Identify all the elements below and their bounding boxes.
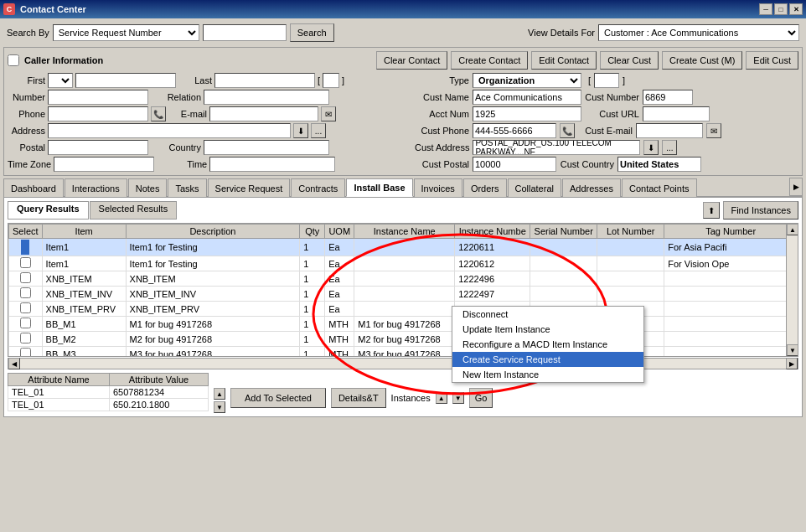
cust-email-input[interactable]	[636, 123, 703, 138]
tab-orders[interactable]: Orders	[463, 178, 507, 197]
instances-scroll-down[interactable]: ▼	[452, 392, 464, 404]
details-btn[interactable]: Details&T	[331, 388, 386, 408]
scroll-right-btn[interactable]: ▶	[786, 358, 798, 369]
search-input[interactable]	[203, 24, 287, 41]
timezone-input[interactable]	[54, 157, 154, 172]
col-description[interactable]: Description	[126, 225, 300, 239]
table-row[interactable]: BB_M3 M3 for bug 4917268 1 MTH M3 for bu…	[9, 347, 798, 358]
tab-tasks[interactable]: Tasks	[168, 178, 206, 197]
address-input[interactable]	[48, 123, 291, 138]
add-to-selected-btn[interactable]: Add To Selected	[230, 388, 326, 408]
sub-tab-query[interactable]: Query Results	[8, 201, 89, 220]
col-qty[interactable]: Qty	[300, 225, 325, 239]
clear-cust-btn[interactable]: Clear Cust	[600, 51, 659, 70]
address-icon-btn[interactable]: ⬇	[293, 123, 308, 138]
tab-contracts[interactable]: Contracts	[291, 178, 345, 197]
tabs-arrow[interactable]: ▶	[789, 178, 803, 196]
cust-address-icon[interactable]: ⬇	[643, 140, 659, 155]
table-row[interactable]: BB_M2 M2 for bug 4917268 1 MTH M2 for bu…	[9, 332, 798, 347]
create-cust-btn[interactable]: Create Cust (M)	[662, 51, 742, 70]
tab-service-request[interactable]: Service Request	[208, 178, 291, 197]
tab-notes[interactable]: Notes	[128, 178, 168, 197]
search-button[interactable]: Search	[290, 23, 334, 42]
maximize-btn[interactable]: □	[774, 3, 788, 15]
cust-country-label: Cust Country	[560, 159, 614, 169]
postal-input[interactable]	[48, 140, 148, 155]
last-extra[interactable]	[323, 73, 339, 88]
ctx-disconnect[interactable]: Disconnect	[452, 307, 643, 322]
create-contact-btn[interactable]: Create Contact	[451, 51, 528, 70]
scrollbar-horizontal[interactable]: ◀ ▶	[8, 358, 798, 369]
country-input[interactable]	[204, 140, 329, 155]
col-item[interactable]: Item	[42, 225, 126, 239]
type-extra[interactable]	[594, 73, 619, 88]
search-by-select[interactable]: Service Request Number	[53, 24, 199, 41]
scroll-track[interactable]	[787, 235, 798, 344]
table-row[interactable]: XNB_ITEM_INV XNB_ITEM_INV 1 Ea 1222497	[9, 287, 798, 302]
last-label: Last	[187, 75, 212, 85]
attr-row[interactable]: TEL_01 6507881234	[8, 386, 209, 399]
address-more-btn[interactable]: ...	[311, 123, 326, 138]
phone-icon-btn[interactable]: 📞	[151, 106, 166, 121]
sub-tab-selected[interactable]: Selected Results	[90, 201, 178, 220]
clear-contact-btn[interactable]: Clear Contact	[376, 51, 447, 70]
col-select: Select	[9, 225, 43, 239]
minimize-btn[interactable]: ─	[759, 3, 772, 15]
cust-address-more[interactable]: ...	[662, 140, 677, 155]
attr-row[interactable]: TEL_01 650.210.1800	[8, 399, 209, 411]
ctx-new-item[interactable]: New Item Instance	[452, 367, 643, 382]
first-title-select[interactable]	[48, 73, 73, 88]
cust-phone-icon[interactable]: 📞	[560, 123, 575, 138]
tab-invoices[interactable]: Invoices	[414, 178, 462, 197]
col-tag-number[interactable]: Tag Number	[664, 225, 798, 239]
table-row[interactable]: XNB_ITEM XNB_ITEM 1 Ea 1222496	[9, 271, 798, 287]
close-btn[interactable]: ✕	[789, 3, 803, 15]
col-serial-number[interactable]: Serial Number	[530, 225, 597, 239]
time-input[interactable]	[209, 157, 335, 172]
first-input[interactable]	[75, 73, 176, 88]
go-btn[interactable]: Go	[469, 388, 493, 408]
phone-input[interactable]	[48, 106, 148, 121]
col-lot-number[interactable]: Lot Number	[597, 225, 664, 239]
attr-table: Attribute Name Attribute Value TEL_01 65…	[8, 373, 209, 411]
number-input[interactable]	[48, 90, 148, 105]
scroll-down-btn[interactable]: ▼	[787, 344, 798, 356]
table-row[interactable]: XNB_ITEM_PRV XNB_ITEM_PRV 1 Ea 1222498	[9, 302, 798, 317]
type-select[interactable]: Organization	[473, 73, 581, 88]
attr-scroll-down[interactable]: ▼	[214, 401, 225, 413]
col-instance-number[interactable]: Instance Numbe	[455, 225, 530, 239]
email-icon-btn[interactable]: ✉	[321, 106, 336, 121]
cust-url-input[interactable]	[643, 106, 710, 121]
attr-scroll-up[interactable]: ▲	[214, 388, 225, 400]
edit-cust-btn[interactable]: Edit Cust	[746, 51, 798, 70]
instances-scroll-up[interactable]: ▲	[436, 392, 447, 404]
ctx-reconfigure[interactable]: Reconfigure a MACD Item Instance	[452, 337, 643, 352]
table-row[interactable]: Item1 Item1 for Testing 1 Ea 1220612 For…	[9, 256, 798, 271]
cust-address-label: Cust Address	[415, 142, 469, 152]
cust-email-icon[interactable]: ✉	[706, 123, 721, 138]
last-input[interactable]	[214, 73, 315, 88]
col-uom[interactable]: UOM	[325, 225, 354, 239]
ctx-create-sr[interactable]: Create Service Request	[452, 352, 643, 367]
view-details-select[interactable]: Customer : Ace Communications	[598, 24, 799, 41]
email-input[interactable]	[209, 106, 318, 121]
tab-install-base[interactable]: Install Base	[346, 178, 412, 197]
tab-dashboard[interactable]: Dashboard	[3, 178, 64, 197]
table-row[interactable]: Item1 Item1 for Testing 1 Ea 1220611 For…	[9, 239, 798, 256]
export-icon[interactable]: ⬆	[703, 202, 720, 219]
relation-input[interactable]	[204, 90, 329, 105]
edit-contact-btn[interactable]: Edit Contact	[531, 51, 597, 70]
tab-collateral[interactable]: Collateral	[508, 178, 561, 197]
tab-interactions[interactable]: Interactions	[65, 178, 127, 197]
scroll-left-btn[interactable]: ◀	[8, 358, 20, 369]
caller-checkbox[interactable]	[8, 54, 19, 66]
scroll-up-btn[interactable]: ▲	[787, 224, 798, 235]
find-instances-btn[interactable]: Find Instances	[723, 201, 798, 220]
title-bar: C Contact Center ─ □ ✕	[0, 0, 806, 18]
col-instance-name[interactable]: Instance Name	[354, 225, 455, 239]
table-row[interactable]: BB_M1 M1 for bug 4917268 1 MTH M1 for bu…	[9, 317, 798, 332]
ctx-update-item[interactable]: Update Item Instance	[452, 322, 643, 337]
scrollbar-vertical[interactable]: ▲ ▼	[786, 224, 798, 356]
tab-contact-points[interactable]: Contact Points	[622, 178, 697, 197]
tab-addresses[interactable]: Addresses	[562, 178, 621, 197]
